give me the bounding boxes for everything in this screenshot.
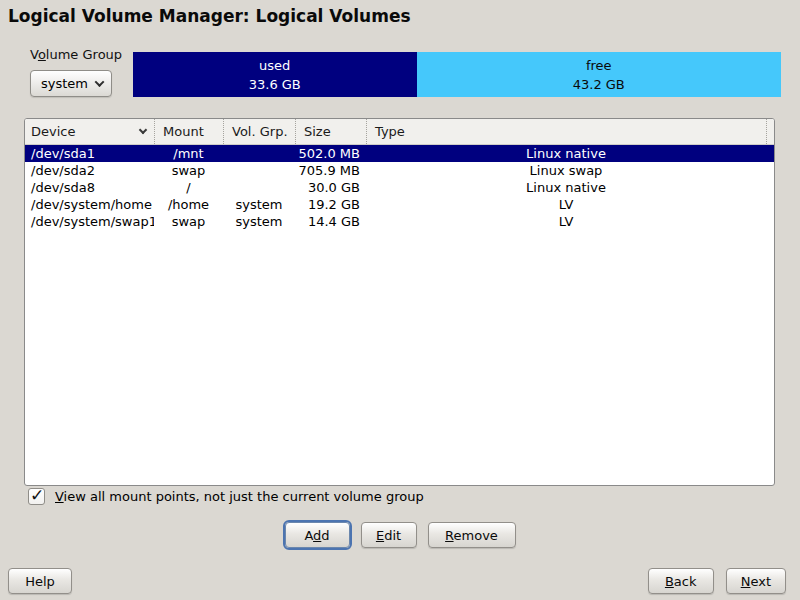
view-all-row: ✓ View all mount points, not just the cu… [28,488,424,505]
view-all-checkbox[interactable]: ✓ [28,488,45,505]
used-segment: used 33.6 GB [133,52,417,97]
volume-group-selected-value: system [41,76,88,91]
sort-indicator-icon [139,126,147,134]
used-label: used [259,56,290,75]
header-spacer [766,119,774,144]
used-value: 33.6 GB [249,75,301,94]
checkmark-icon: ✓ [30,485,44,505]
back-button[interactable]: Back [648,568,714,594]
table-row[interactable]: /dev/sda1 /mnt 502.0 MB Linux native [25,145,774,162]
chevron-down-icon [95,77,105,87]
action-button-row: Add Edit Remove [0,522,800,548]
next-button[interactable]: Next [726,568,786,594]
usage-bar: used 33.6 GB free 43.2 GB [133,52,781,97]
table-row[interactable]: /dev/system/home /home system 19.2 GB LV [25,196,774,213]
remove-button[interactable]: Remove [428,522,516,548]
free-segment: free 43.2 GB [417,52,782,97]
column-header-vol-grp[interactable]: Vol. Grp. [223,119,295,144]
volume-group-label: Volume Group [30,47,122,62]
table-row[interactable]: /dev/sda2 swap 705.9 MB Linux swap [25,162,774,179]
free-value: 43.2 GB [573,75,625,94]
view-all-label[interactable]: View all mount points, not just the curr… [55,489,424,504]
table-row[interactable]: /dev/system/swap1 swap system 14.4 GB LV [25,213,774,230]
table-header: Device Mount Vol. Grp. Size Type [25,119,774,145]
free-label: free [586,56,612,75]
column-header-mount[interactable]: Mount [154,119,223,144]
add-button[interactable]: Add [285,522,350,548]
lvm-dialog: { "title": "Logical Volume Manager: Logi… [0,0,800,600]
page-title: Logical Volume Manager: Logical Volumes [8,6,411,26]
volumes-table: Device Mount Vol. Grp. Size Type /dev/sd… [24,118,775,486]
nav-button-row: Back Next [648,568,786,594]
table-row[interactable]: /dev/sda8 / 30.0 GB Linux native [25,179,774,196]
column-header-size[interactable]: Size [295,119,366,144]
column-header-device[interactable]: Device [25,119,154,144]
edit-button[interactable]: Edit [361,522,417,548]
volume-group-select[interactable]: system [30,70,112,97]
column-header-type[interactable]: Type [366,119,766,144]
help-button[interactable]: Help [8,568,72,594]
